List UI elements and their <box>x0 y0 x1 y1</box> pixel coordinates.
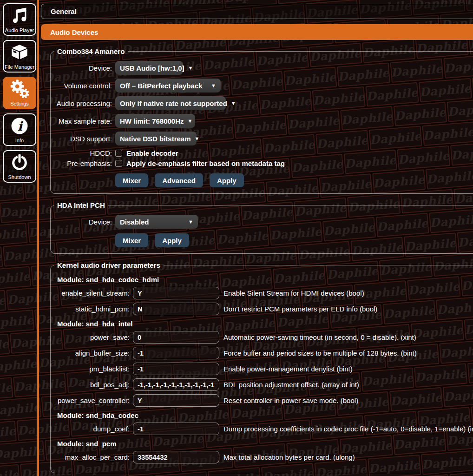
section-combo384-amanero: Combo384 Amanero Device: USB Audio [hw:1… <box>50 47 473 194</box>
param-name: power_save: <box>51 333 130 341</box>
chevron-down-icon: ▼ <box>191 136 200 141</box>
param-description: Enable power-management denylist (bint) <box>223 365 353 373</box>
param-value-input[interactable] <box>133 303 219 315</box>
music-notes-icon <box>4 4 35 27</box>
sidebar-item-audio-player[interactable]: Audio Player <box>3 3 36 36</box>
param-description: Enable Silent Stream for HDMI devices (b… <box>223 289 364 297</box>
tab-audio-devices-label: Audio Devices <box>50 28 98 36</box>
audio-processing-label: Audio processing: <box>51 99 112 107</box>
param-name: dump_coef: <box>51 425 130 433</box>
module-title: Module: snd_hda_intel <box>57 320 473 328</box>
param-value-input[interactable] <box>133 394 219 407</box>
param-row: enable_silent_stream: Enable Silent Stre… <box>51 287 473 299</box>
info-icon: i <box>4 114 35 138</box>
chevron-down-icon: ▼ <box>207 83 216 88</box>
apply-button[interactable]: Apply <box>210 173 244 187</box>
section-kernel-audio-driver-parameters: Kernel audio driver parameters Module: s… <box>50 261 473 473</box>
sidebar: Audio Player File Manager <box>0 0 39 476</box>
chevron-down-icon: ▼ <box>184 66 193 71</box>
power-icon <box>4 151 35 174</box>
main-content: General Audio Devices Combo384 Amanero D… <box>41 0 473 473</box>
module-title: Module: snd_pcm <box>57 440 473 448</box>
sidebar-item-label: Shutdown <box>8 174 31 180</box>
tab-general-label: General <box>51 7 77 15</box>
chevron-down-icon: ▼ <box>227 101 236 106</box>
dsd-support-select[interactable]: Native DSD bitstream ▼ <box>115 132 197 145</box>
sidebar-item-file-manager[interactable]: File Manager <box>3 40 36 73</box>
param-row: dump_coef: Dump processing coefficients … <box>51 423 473 435</box>
device-select[interactable]: USB Audio [hw:1,0] ▼ <box>115 61 183 75</box>
section-hda-intel-pch: HDA Intel PCH Device: Disabled ▼ Mixer A… <box>50 201 473 254</box>
param-row: bdl_pos_adj: BDL position adjustment off… <box>51 378 473 391</box>
param-row: max_alloc_per_card: Max total allocation… <box>51 451 473 463</box>
param-name: align_buffer_size: <box>51 349 130 357</box>
param-description: Dump processing coefficients in codec pr… <box>223 425 473 433</box>
device-label: Device: <box>51 218 112 226</box>
module-title: Module: snd_hda_codec_hdmi <box>57 276 473 284</box>
param-value-input[interactable] <box>133 378 219 391</box>
gears-icon <box>4 78 35 101</box>
param-description: Automatic power-saving timeout (in secon… <box>223 333 416 341</box>
max-sample-rate-label: Max sample rate: <box>51 117 112 125</box>
tab-audio-devices[interactable]: Audio Devices <box>41 24 473 40</box>
param-value-input[interactable] <box>133 331 219 344</box>
param-description: BDL position adjustment offset. (array o… <box>223 381 359 389</box>
param-description: Force buffer and period sizes to be mult… <box>223 349 417 357</box>
param-row: pm_blacklist: Enable power-management de… <box>51 363 473 375</box>
param-name: bdl_pos_adj: <box>51 381 130 389</box>
audio-processing-select-value: Only if native rate not supported <box>120 99 227 107</box>
section-legend: HDA Intel PCH <box>54 201 108 209</box>
param-name: power_save_controller: <box>51 397 130 404</box>
sidebar-item-label: File Manager <box>5 64 34 70</box>
max-sample-rate-select-value: HW limit: 768000Hz <box>120 117 184 125</box>
audio-processing-select[interactable]: Only if native rate not supported ▼ <box>115 96 226 110</box>
module-title: Module: snd_hda_codec <box>57 411 473 419</box>
section-legend: Kernel audio driver parameters <box>54 261 164 269</box>
param-description: Don't restrict PCM parameters per ELD in… <box>223 305 377 313</box>
apply-button[interactable]: Apply <box>155 233 189 247</box>
param-description: Reset controller in power save mode. (bo… <box>223 397 358 404</box>
param-row: static_hdmi_pcm: Don't restrict PCM para… <box>51 303 473 315</box>
param-value-input[interactable] <box>133 287 219 299</box>
param-row: power_save_controller: Reset controller … <box>51 394 473 407</box>
storage-box-icon <box>4 41 35 64</box>
param-value-input[interactable] <box>133 347 219 359</box>
param-name: pm_blacklist: <box>51 365 130 373</box>
param-name: static_hdmi_pcm: <box>51 305 130 313</box>
device-select-value: USB Audio [hw:1,0] <box>120 64 184 72</box>
param-value-input[interactable] <box>133 451 219 463</box>
chevron-down-icon: ▼ <box>184 119 193 124</box>
hdcd-checkbox[interactable] <box>115 150 122 157</box>
param-value-input[interactable] <box>133 423 219 435</box>
device-label: Device: <box>51 64 112 72</box>
sidebar-item-settings[interactable]: Settings <box>3 77 36 109</box>
sidebar-item-info[interactable]: i Info <box>3 113 36 146</box>
pre-emphasis-label: Pre-emphasis: <box>51 159 112 167</box>
section-legend: Combo384 Amanero <box>54 47 128 55</box>
volume-control-select[interactable]: Off – BitPerfect playback ▼ <box>115 79 221 93</box>
hda-device-select[interactable]: Disabled ▼ <box>115 215 198 229</box>
sidebar-item-label: Audio Player <box>5 27 34 33</box>
mixer-button[interactable]: Mixer <box>115 173 148 187</box>
param-row: align_buffer_size: Force buffer and peri… <box>51 347 473 359</box>
pre-emphasis-checkbox[interactable] <box>115 160 122 167</box>
sidebar-item-label: Info <box>15 138 24 143</box>
volume-control-select-value: Off – BitPerfect playback <box>120 82 203 90</box>
max-sample-rate-select[interactable]: HW limit: 768000Hz ▼ <box>115 114 195 128</box>
param-row: power_save: Automatic power-saving timeo… <box>51 331 473 344</box>
tab-general[interactable]: General <box>41 4 473 19</box>
chevron-down-icon: ▼ <box>184 219 193 225</box>
mixer-button[interactable]: Mixer <box>115 233 148 247</box>
volume-control-label: Volume control: <box>51 82 112 90</box>
sidebar-item-shutdown[interactable]: Shutdown <box>3 150 36 183</box>
param-description: Max total allocation bytes per card. (ul… <box>223 453 355 461</box>
param-value-input[interactable] <box>133 363 219 375</box>
hdcd-label: HDCD: <box>51 149 112 157</box>
param-name: max_alloc_per_card: <box>51 453 130 461</box>
hdcd-checkbox-label: Enable decoder <box>126 149 178 157</box>
pre-emphasis-checkbox-label: Apply de-emphasis filter based on metada… <box>126 159 285 167</box>
dsd-support-select-value: Native DSD bitstream <box>120 135 191 143</box>
dsd-support-label: DSD support: <box>51 135 112 143</box>
advanced-button[interactable]: Advanced <box>155 173 203 187</box>
hda-device-select-value: Disabled <box>120 218 149 226</box>
